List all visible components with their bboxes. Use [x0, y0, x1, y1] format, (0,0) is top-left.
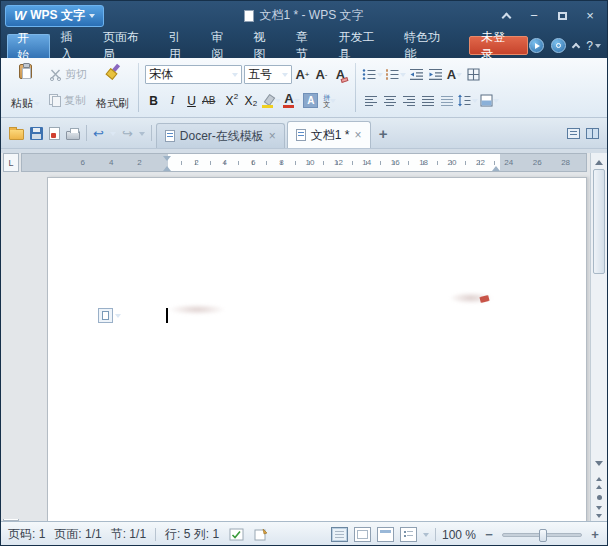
login-button[interactable]: 未登录 — [469, 36, 528, 55]
decrease-indent-button[interactable] — [408, 65, 425, 84]
subscript-button[interactable]: X2 — [242, 91, 259, 110]
help-button[interactable]: ? — [586, 39, 601, 53]
chevron-down-icon — [232, 73, 238, 80]
previous-page-button[interactable] — [592, 474, 606, 489]
cut-button[interactable]: 剪切 — [46, 66, 90, 83]
skin-settings-icon[interactable] — [551, 38, 566, 53]
line-spacing-button[interactable] — [457, 91, 478, 110]
doc-tab-document1[interactable]: 文档1 * × — [287, 121, 371, 148]
tab-references[interactable]: 引用 — [160, 34, 201, 58]
chevron-down-icon — [89, 14, 95, 21]
bold-button[interactable]: B — [145, 91, 162, 110]
scrollbar-thumb[interactable] — [593, 169, 605, 274]
justify-button[interactable] — [419, 91, 436, 110]
scroll-down-button[interactable] — [592, 458, 606, 473]
export-pdf-icon[interactable] — [49, 127, 60, 140]
zoom-slider[interactable] — [502, 533, 582, 537]
align-left-button[interactable] — [362, 91, 379, 110]
open-folder-icon[interactable] — [9, 129, 24, 140]
play-demo-icon[interactable] — [529, 38, 544, 53]
tab-insert[interactable]: 插入 — [51, 34, 92, 58]
collapse-window-button[interactable] — [493, 6, 519, 26]
document-page[interactable] — [47, 177, 587, 524]
tab-section[interactable]: 章节 — [287, 34, 328, 58]
ribbon-tab-bar: 开始 插入 页面布局 引用 审阅 视图 章节 开发工具 特色功能 未登录 ? — [1, 30, 607, 58]
collapse-ribbon-icon[interactable] — [572, 43, 580, 51]
bullets-button[interactable] — [362, 65, 383, 84]
shading-button[interactable] — [480, 91, 499, 110]
redo-dropdown-icon[interactable] — [139, 132, 145, 139]
doc-tab-docer[interactable]: Docer-在线模板 × — [156, 123, 285, 148]
wps-menu-button[interactable]: W WPS 文字 — [5, 5, 104, 27]
close-button[interactable]: × — [577, 6, 603, 26]
distribute-button[interactable] — [438, 91, 455, 110]
format-painter-button[interactable]: 格式刷 — [93, 62, 132, 113]
close-tab-icon[interactable]: × — [355, 129, 362, 141]
numbering-button[interactable] — [385, 65, 406, 84]
align-center-button[interactable] — [381, 91, 398, 110]
minimize-button[interactable]: − — [521, 6, 547, 26]
tab-view[interactable]: 视图 — [245, 34, 286, 58]
zoom-out-button[interactable]: − — [482, 527, 496, 542]
character-shading-button[interactable]: A — [302, 91, 319, 110]
separator — [155, 528, 156, 541]
help-label: ? — [586, 39, 593, 53]
underline-button[interactable]: U — [183, 91, 200, 110]
zoom-slider-thumb[interactable] — [539, 529, 547, 542]
web-view-button[interactable] — [377, 527, 394, 542]
borders-button[interactable] — [465, 65, 482, 84]
page-view-button[interactable] — [331, 527, 348, 542]
arrange-windows-icon[interactable] — [586, 128, 599, 139]
shading-icon — [480, 94, 493, 107]
phonetic-guide-button[interactable]: 拼文 — [321, 91, 338, 110]
close-tab-icon[interactable]: × — [269, 130, 276, 142]
next-page-button[interactable] — [592, 506, 606, 521]
fullscreen-view-button[interactable] — [354, 527, 371, 542]
tab-special-features[interactable]: 特色功能 — [395, 34, 460, 58]
clear-formatting-button[interactable]: A — [332, 65, 349, 84]
distribute-icon — [440, 95, 454, 107]
increase-indent-button[interactable] — [427, 65, 444, 84]
text-tool-button[interactable]: A — [446, 65, 463, 84]
font-color-button[interactable]: A — [283, 91, 300, 110]
tab-home[interactable]: 开始 — [7, 34, 50, 58]
shrink-font-button[interactable]: A- — [313, 65, 330, 84]
dot-icon — [597, 495, 602, 500]
save-icon[interactable] — [30, 127, 43, 140]
font-family-select[interactable]: 宋体 — [145, 65, 242, 84]
undo-button[interactable] — [93, 127, 104, 140]
tab-review[interactable]: 审阅 — [202, 34, 243, 58]
zoom-level-label[interactable]: 100 % — [442, 528, 476, 542]
tab-selector-box[interactable]: L — [3, 153, 19, 172]
redo-button[interactable] — [122, 127, 133, 140]
spellcheck-icon[interactable] — [228, 528, 244, 542]
tab-developer[interactable]: 开发工具 — [329, 34, 394, 58]
hanging-indent-marker[interactable] — [163, 162, 171, 171]
strikethrough-button[interactable]: AB — [202, 91, 221, 110]
tab-page-layout[interactable]: 页面布局 — [94, 34, 159, 58]
font-size-select[interactable]: 五号 — [244, 65, 292, 84]
right-indent-marker[interactable] — [492, 162, 500, 171]
maximize-button[interactable] — [549, 6, 575, 26]
grow-font-button[interactable]: A+ — [294, 65, 311, 84]
select-browse-object-button[interactable] — [592, 490, 606, 505]
print-icon[interactable] — [66, 131, 80, 140]
italic-button[interactable]: I — [164, 91, 181, 110]
zoom-in-button[interactable]: + — [588, 527, 602, 542]
paste-button[interactable]: 粘贴 — [8, 62, 43, 113]
new-tab-button[interactable]: + — [373, 123, 394, 144]
paste-options-button[interactable] — [98, 308, 121, 323]
justify-icon — [421, 95, 435, 107]
superscript-button[interactable]: X2 — [223, 91, 240, 110]
highlight-color-button[interactable] — [261, 91, 281, 110]
view-options-dropdown-icon[interactable] — [423, 533, 429, 540]
align-right-button[interactable] — [400, 91, 417, 110]
undo-dropdown-icon[interactable] — [110, 132, 116, 139]
vertical-scrollbar[interactable] — [590, 153, 607, 521]
tab-list-icon[interactable] — [567, 128, 580, 139]
scroll-up-button[interactable] — [592, 153, 606, 168]
outline-view-button[interactable] — [400, 527, 417, 542]
proofing-icon[interactable] — [253, 528, 269, 542]
copy-button[interactable]: 复制 — [46, 92, 90, 109]
horizontal-ruler[interactable]: 6 4 2 2 4 6 8 10 12 14 16 18 20 22 24 26… — [21, 153, 587, 172]
